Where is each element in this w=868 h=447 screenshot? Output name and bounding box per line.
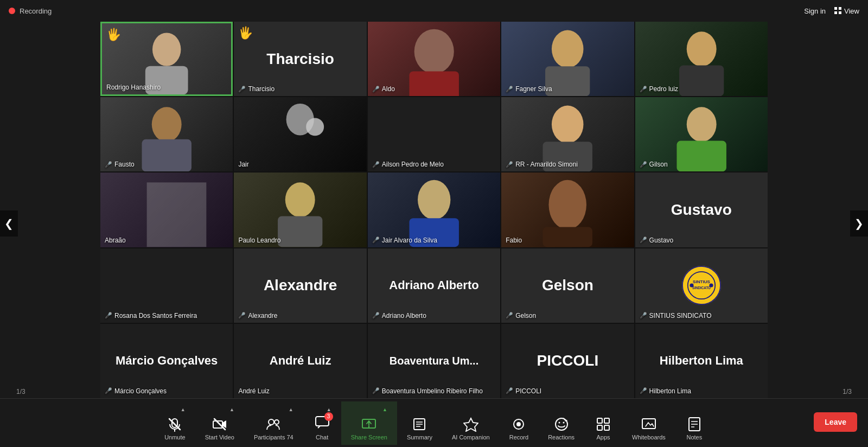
page-indicator-right: 1/3 bbox=[843, 388, 852, 395]
video-cell-fagner[interactable]: 🎤 Fagner Silva bbox=[501, 22, 634, 96]
participant-name-paulo: Paulo Leandro bbox=[238, 237, 280, 244]
video-cell-marcio[interactable]: Márcio Gonçalves 🎤 Márcio Gonçalves bbox=[100, 324, 233, 398]
svg-rect-7 bbox=[679, 65, 724, 96]
mic-muted-icon: 🎤 bbox=[372, 161, 380, 168]
participants-button[interactable]: Participants 74 ▲ bbox=[244, 401, 303, 445]
big-name-boaventura: Boaventura Um... bbox=[390, 355, 478, 367]
mic-muted-icon: 🎤 bbox=[105, 161, 112, 168]
video-cell-sintius[interactable]: SINTIUS SINDICATO 🎤 SINTIUS SINDICATO bbox=[635, 248, 768, 323]
big-name-piccoli: PICCOLI bbox=[537, 352, 599, 369]
big-name-hilberton: Hilberton Lima bbox=[660, 354, 743, 368]
share-screen-icon bbox=[361, 417, 376, 432]
whiteboards-button[interactable]: Whiteboards bbox=[622, 401, 675, 445]
participant-name-adriano: 🎤 Adriano Alberto bbox=[372, 312, 426, 320]
participant-name-hilberton: 🎤 Hilberton Lima bbox=[640, 387, 691, 395]
mic-muted-icon: 🎤 bbox=[640, 86, 647, 93]
svg-point-28 bbox=[709, 284, 713, 288]
video-cell-hilberton[interactable]: Hilberton Lima 🎤 Hilberton Lima bbox=[635, 324, 768, 398]
video-cell-jair2[interactable]: 🎤 Jair Alvaro da Silva bbox=[368, 173, 500, 247]
big-name-andre: André Luiz bbox=[270, 354, 331, 368]
video-cell-rodrigo[interactable]: 🖐 Rodrigo Hanashiro bbox=[100, 22, 233, 96]
video-cell-fausto[interactable]: 🎤 Fausto bbox=[100, 97, 233, 171]
share-screen-button[interactable]: Share Screen ▲ bbox=[341, 401, 397, 445]
mic-muted-icon: 🎤 bbox=[238, 312, 246, 319]
notes-button[interactable]: Notes bbox=[675, 401, 713, 445]
video-cell-ailson[interactable]: 🎤 Ailson Pedro de Melo bbox=[368, 97, 500, 171]
svg-rect-15 bbox=[676, 141, 726, 172]
participant-label: Rodrigo Hanashiro bbox=[106, 84, 161, 91]
svg-point-0 bbox=[152, 33, 181, 66]
video-cell-piccoli[interactable]: PICCOLI 🎤 PICCOLI bbox=[501, 324, 634, 398]
video-cell-aldo[interactable]: 🎤 Aldo bbox=[368, 22, 500, 96]
svg-point-14 bbox=[686, 107, 716, 142]
svg-point-44 bbox=[516, 422, 521, 426]
video-cell-pedro[interactable]: 🎤 Pedro luiz bbox=[635, 22, 768, 96]
video-cell-andre[interactable]: André Luiz André Luiz bbox=[234, 324, 366, 398]
prev-page-button[interactable]: ❮ bbox=[0, 210, 18, 237]
video-cell-gelson[interactable]: Gelson 🎤 Gelson bbox=[501, 248, 634, 323]
video-cell-boaventura[interactable]: Boaventura Um... 🎤 Boaventura Umbelino R… bbox=[368, 324, 500, 398]
next-page-button[interactable]: ❯ bbox=[850, 210, 868, 237]
mic-muted-icon: 🎤 bbox=[238, 86, 246, 93]
mic-muted-icon: 🎤 bbox=[105, 312, 112, 319]
record-label: Record bbox=[509, 434, 528, 440]
big-name-gelson: Gelson bbox=[542, 277, 593, 294]
participant-name-rosana: 🎤 Rosana Dos Santos Ferreira bbox=[105, 312, 197, 320]
video-cell-alexandre[interactable]: Alexandre 🎤 Alexandre bbox=[234, 248, 366, 323]
chat-button[interactable]: 3 Chat ▲ bbox=[303, 401, 341, 445]
svg-point-19 bbox=[418, 180, 450, 220]
summary-label: Summary bbox=[407, 434, 432, 440]
whiteboards-label: Whiteboards bbox=[632, 434, 666, 440]
participant-name-gilson: 🎤 Gilson bbox=[640, 161, 668, 168]
participant-name-alexandre: 🎤 Alexandre bbox=[238, 312, 277, 320]
summary-button[interactable]: Summary bbox=[397, 401, 442, 445]
svg-rect-18 bbox=[278, 216, 322, 247]
video-cell-rosana[interactable]: 🎤 Rosana Dos Santos Ferreira bbox=[100, 248, 233, 323]
video-cell-gustavo[interactable]: Gustavo 🎤 Gustavo bbox=[635, 173, 768, 247]
video-cell-fabio[interactable]: Fabio bbox=[501, 173, 634, 247]
apps-button[interactable]: Apps bbox=[584, 401, 622, 445]
view-button[interactable]: View bbox=[834, 7, 859, 15]
share-screen-label: Share Screen bbox=[351, 434, 387, 440]
toolbar: Unmute ▲ Start Video ▲ Participants 74 ▲ bbox=[0, 398, 868, 447]
participants-label: Participants bbox=[254, 434, 285, 440]
svg-rect-49 bbox=[604, 418, 609, 423]
video-cell-jair[interactable]: Jair bbox=[234, 97, 366, 171]
participant-name-rr: 🎤 RR - Amarildo Simoni bbox=[506, 161, 578, 168]
ai-companion-button[interactable]: AI Companion bbox=[442, 401, 500, 445]
svg-point-47 bbox=[563, 422, 564, 423]
participant-name-fabio: Fabio bbox=[506, 237, 522, 244]
unmute-button[interactable]: Unmute ▲ bbox=[155, 401, 195, 445]
participant-name-rodrigo: Rodrigo Hanashiro bbox=[106, 84, 161, 91]
video-grid: 🖐 Rodrigo Hanashiro 🖐 Tharcisio 🎤 Tharci… bbox=[100, 22, 768, 398]
sign-in-button[interactable]: Sign in bbox=[804, 7, 826, 15]
participant-name-jair2: 🎤 Jair Alvaro da Silva bbox=[372, 237, 437, 244]
unmute-caret: ▲ bbox=[181, 407, 186, 412]
svg-text:SINDICATO: SINDICATO bbox=[692, 286, 711, 290]
video-cell-tharcisio[interactable]: 🖐 Tharcisio 🎤 Tharcisio bbox=[234, 22, 366, 96]
participant-name-tharcisio: 🎤 Tharcisio bbox=[238, 85, 275, 93]
svg-rect-48 bbox=[597, 418, 602, 423]
video-cell-paulo[interactable]: Paulo Leandro bbox=[234, 173, 366, 247]
video-cell-adriano[interactable]: Adriano Alberto 🎤 Adriano Alberto bbox=[368, 248, 500, 323]
svg-point-46 bbox=[558, 422, 560, 423]
mic-muted-icon: 🎤 bbox=[372, 237, 380, 244]
top-bar: Recording Sign in View bbox=[0, 0, 868, 22]
share-screen-caret: ▲ bbox=[382, 407, 387, 412]
mic-muted-icon: 🎤 bbox=[506, 387, 513, 394]
record-button[interactable]: Record bbox=[500, 401, 538, 445]
participant-name-gustavo: 🎤 Gustavo bbox=[640, 237, 674, 244]
svg-point-21 bbox=[549, 180, 587, 229]
reactions-button[interactable]: Reactions bbox=[538, 401, 584, 445]
participant-name-pedro: 🎤 Pedro luiz bbox=[640, 85, 678, 93]
participant-name-marcio: 🎤 Márcio Gonçalves bbox=[105, 387, 167, 395]
leave-button[interactable]: Leave bbox=[814, 412, 857, 432]
svg-point-27 bbox=[690, 284, 693, 288]
video-cell-rr[interactable]: 🎤 RR - Amarildo Simoni bbox=[501, 97, 634, 171]
reactions-label: Reactions bbox=[548, 434, 575, 440]
start-video-button[interactable]: Start Video ▲ bbox=[195, 401, 244, 445]
whiteboards-icon bbox=[641, 417, 656, 432]
video-cell-gilson[interactable]: 🎤 Gilson bbox=[635, 97, 768, 171]
video-cell-abraao[interactable]: Abraão bbox=[100, 173, 233, 247]
mic-muted-icon: 🎤 bbox=[372, 312, 380, 319]
